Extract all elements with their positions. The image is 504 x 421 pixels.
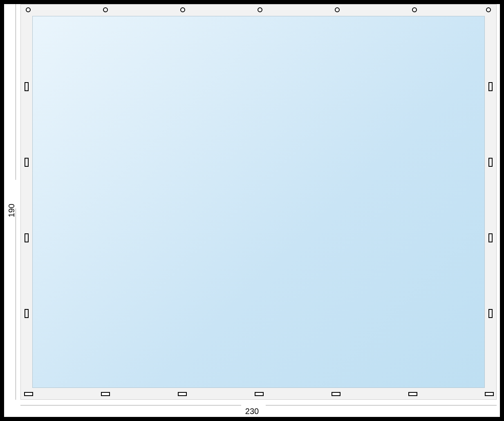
width-dimension-line-left xyxy=(20,405,241,405)
eyelet-rect-icon xyxy=(101,392,110,396)
eyelet-rect-icon xyxy=(488,158,493,167)
eyelet-rect-icon xyxy=(25,233,29,242)
eyelet-rect-icon xyxy=(488,309,493,318)
drawing-frame: 190 230 xyxy=(4,4,500,417)
tarp-panel xyxy=(20,4,497,400)
eyelet-rect-icon xyxy=(332,392,340,396)
height-dimension-line-lower xyxy=(16,208,16,400)
height-dimension-label: 190 xyxy=(7,204,16,217)
width-dimension-line-right xyxy=(266,405,497,405)
eyelet-round-icon xyxy=(26,7,31,12)
eyelet-round-icon xyxy=(486,7,491,12)
eyelet-round-icon xyxy=(258,7,262,12)
eyelet-rect-icon xyxy=(488,82,493,91)
width-dimension-label: 230 xyxy=(245,407,259,416)
eyelet-rect-icon xyxy=(25,158,29,167)
height-dimension-line-upper xyxy=(16,4,16,180)
eyelet-round-icon xyxy=(335,7,340,12)
eyelet-rect-icon xyxy=(255,392,264,396)
eyelet-round-icon xyxy=(180,7,185,12)
eyelet-round-icon xyxy=(103,7,108,12)
eyelet-rect-icon xyxy=(25,82,29,91)
eyelet-rect-icon xyxy=(178,392,187,396)
eyelet-rect-icon xyxy=(485,392,494,396)
eyelet-round-icon xyxy=(412,7,417,12)
eyelet-rect-icon xyxy=(25,309,29,318)
tarp-surface xyxy=(32,16,485,388)
eyelet-rect-icon xyxy=(408,392,417,396)
eyelet-rect-icon xyxy=(24,392,33,396)
eyelet-rect-icon xyxy=(488,233,493,242)
